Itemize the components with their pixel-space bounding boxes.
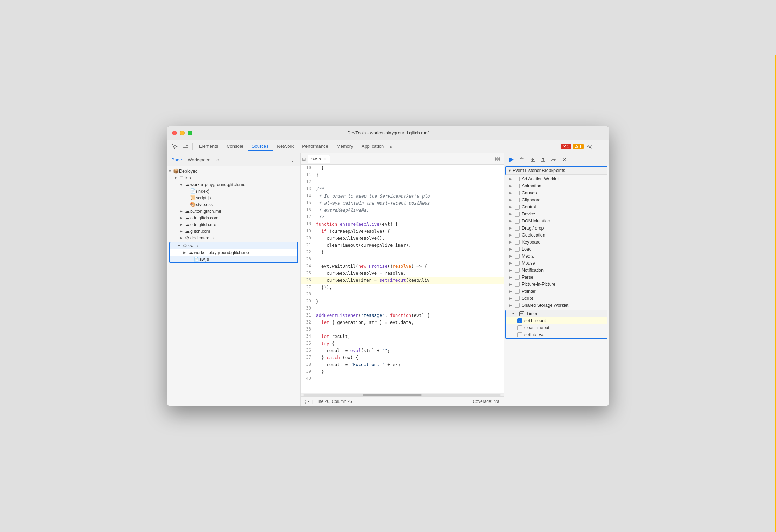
device-toggle-icon[interactable] bbox=[180, 142, 190, 152]
tab-memory[interactable]: Memory bbox=[333, 142, 357, 151]
bp-item-script[interactable]: ▶ Script bbox=[504, 295, 609, 302]
step-btn[interactable] bbox=[549, 155, 559, 165]
tab-performance[interactable]: Performance bbox=[298, 142, 332, 151]
bp-check-cleartimeout[interactable] bbox=[517, 325, 522, 330]
bp-check-notification[interactable] bbox=[515, 268, 520, 273]
bp-item-dom-mutation[interactable]: ▶ DOM Mutation bbox=[504, 218, 609, 225]
bp-item-pip[interactable]: ▶ Picture-in-Picture bbox=[504, 281, 609, 288]
bp-check-script[interactable] bbox=[515, 296, 520, 301]
bp-item-mouse[interactable]: ▶ Mouse bbox=[504, 260, 609, 267]
bp-item-setinterval[interactable]: setInterval bbox=[506, 331, 607, 338]
bp-check-shared-storage[interactable] bbox=[515, 303, 520, 308]
bp-item-ad-auction[interactable]: ▶ Ad Auction Worklet bbox=[504, 175, 609, 182]
tree-arrow-cdn-com: ▶ bbox=[178, 216, 184, 220]
close-button[interactable] bbox=[172, 131, 177, 135]
bp-item-media[interactable]: ▶ Media bbox=[504, 253, 609, 260]
tree-item-cdn-me[interactable]: ▶ ☁ cdn.glitch.me bbox=[167, 221, 300, 228]
bp-check-geolocation[interactable] bbox=[515, 233, 520, 238]
format-button[interactable]: { } bbox=[305, 399, 309, 404]
bp-check-clipboard[interactable] bbox=[515, 198, 520, 202]
tree-item-scriptjs[interactable]: 📜 script.js bbox=[167, 194, 300, 201]
bp-item-drag-drop[interactable]: ▶ Drag / drop bbox=[504, 225, 609, 232]
step-out-btn[interactable] bbox=[538, 155, 548, 165]
bp-item-load[interactable]: ▶ Load bbox=[504, 246, 609, 253]
bp-item-cleartimeout[interactable]: clearTimeout bbox=[506, 324, 607, 331]
bp-item-timer[interactable]: ▼ Timer bbox=[506, 310, 607, 317]
deactivate-breakpoints-btn[interactable] bbox=[559, 155, 569, 165]
tab-network[interactable]: Network bbox=[273, 142, 298, 151]
tab-workspace[interactable]: Workspace bbox=[186, 156, 212, 164]
bp-item-clipboard[interactable]: ▶ Clipboard bbox=[504, 197, 609, 204]
bp-check-pointer[interactable] bbox=[515, 289, 520, 294]
tree-item-index[interactable]: 📄 (index) bbox=[167, 188, 300, 194]
tree-item-worker-playground[interactable]: ▼ ☁ worker-playground.glitch.me bbox=[167, 181, 300, 188]
tree-item-swjs-file[interactable]: 📄 sw.js bbox=[170, 256, 297, 262]
bp-check-parse[interactable] bbox=[515, 275, 520, 280]
bp-check-control[interactable] bbox=[515, 205, 520, 210]
bp-item-canvas[interactable]: ▶ Canvas bbox=[504, 189, 609, 197]
bp-check-dom-mutation[interactable] bbox=[515, 219, 520, 224]
code-tab-swjs[interactable]: sw.js ✕ bbox=[308, 155, 330, 163]
scrollbar-thumb[interactable] bbox=[363, 394, 422, 396]
bp-check-pip[interactable] bbox=[515, 282, 520, 287]
event-listener-breakpoints-header[interactable]: ▼ Event Listener Breakpoints bbox=[506, 167, 607, 175]
tab-console[interactable]: Console bbox=[222, 142, 248, 151]
more-tabs-button[interactable]: » bbox=[388, 143, 394, 150]
bp-item-settimeout[interactable]: ✓ setTimeout bbox=[506, 317, 607, 324]
tab-elements[interactable]: Elements bbox=[195, 142, 222, 151]
code-tab-close[interactable]: ✕ bbox=[323, 157, 326, 161]
bp-check-canvas[interactable] bbox=[515, 191, 520, 195]
bp-item-geolocation[interactable]: ▶ Geolocation bbox=[504, 232, 609, 239]
bp-item-parse[interactable]: ▶ Parse bbox=[504, 274, 609, 281]
bp-check-settimeout[interactable]: ✓ bbox=[517, 318, 522, 323]
bp-item-pointer[interactable]: ▶ Pointer bbox=[504, 288, 609, 295]
tree-item-deployed[interactable]: ▼ 📦 Deployed bbox=[167, 168, 300, 174]
code-line-24: 24 evt.waitUntil(new Promise((resolve) =… bbox=[301, 263, 504, 270]
inspect-icon[interactable] bbox=[170, 142, 180, 152]
bp-item-animation[interactable]: ▶ Animation bbox=[504, 182, 609, 189]
bp-item-keyboard[interactable]: ▶ Keyboard bbox=[504, 239, 609, 246]
more-file-tabs[interactable]: » bbox=[216, 157, 219, 163]
step-into-btn[interactable] bbox=[528, 155, 538, 165]
panel-toggle-icon[interactable]: ⊞ bbox=[302, 156, 306, 162]
tree-item-cdn-com[interactable]: ▶ ☁ cdn.glitch.com bbox=[167, 214, 300, 221]
bp-check-timer[interactable] bbox=[519, 311, 524, 316]
bp-check-media[interactable] bbox=[515, 254, 520, 259]
bp-check-drag-drop[interactable] bbox=[515, 226, 520, 231]
bp-item-device[interactable]: ▶ Device bbox=[504, 211, 609, 218]
tree-item-swjs-root[interactable]: ▼ ⚙ sw.js bbox=[170, 242, 297, 249]
pretty-print-btn[interactable] bbox=[493, 154, 502, 164]
tree-item-wp-swjs[interactable]: ▶ ☁ worker-playground.glitch.me bbox=[170, 249, 297, 256]
bp-check-mouse[interactable] bbox=[515, 261, 520, 266]
maximize-button[interactable] bbox=[188, 131, 192, 135]
bp-item-control[interactable]: ▶ Control bbox=[504, 204, 609, 211]
error-badge[interactable]: ✕ 1 bbox=[561, 144, 571, 149]
bp-check-keyboard[interactable] bbox=[515, 240, 520, 245]
code-line-39: 39 } bbox=[301, 368, 504, 375]
bp-item-notification[interactable]: ▶ Notification bbox=[504, 267, 609, 274]
step-over-btn[interactable] bbox=[517, 155, 527, 165]
file-panel-menu-icon[interactable]: ⋮ bbox=[288, 155, 297, 165]
resume-btn[interactable] bbox=[507, 155, 517, 165]
tree-item-top[interactable]: ▼ ☐ top bbox=[167, 174, 300, 181]
warn-badge[interactable]: ⚠ 1 bbox=[573, 144, 584, 149]
tree-item-stylecss[interactable]: 🎨 style.css bbox=[167, 201, 300, 208]
bp-check-setinterval[interactable] bbox=[517, 332, 522, 337]
tree-item-button-glitch[interactable]: ▶ ☁ button.glitch.me bbox=[167, 208, 300, 214]
tree-item-glitch-com[interactable]: ▶ ☁ glitch.com bbox=[167, 228, 300, 234]
tab-page[interactable]: Page bbox=[170, 156, 183, 164]
tab-application[interactable]: Application bbox=[357, 142, 388, 151]
code-line-31: 31 addEventListener("message", function(… bbox=[301, 312, 504, 319]
bp-check-load[interactable] bbox=[515, 247, 520, 252]
minimize-button[interactable] bbox=[180, 131, 185, 135]
bp-check-device[interactable] bbox=[515, 212, 520, 217]
code-scrollbar[interactable] bbox=[301, 393, 504, 396]
bp-check-ad-auction[interactable] bbox=[515, 177, 520, 181]
bp-item-shared-storage[interactable]: ▶ Shared Storage Worklet bbox=[504, 302, 609, 309]
tree-item-dedicated[interactable]: ▶ ⚙ dedicated.js bbox=[167, 234, 300, 241]
settings-icon[interactable] bbox=[585, 142, 595, 152]
bp-check-animation[interactable] bbox=[515, 184, 520, 188]
more-options-icon[interactable]: ⋮ bbox=[596, 142, 606, 152]
code-content[interactable]: 10 } 11 } 12 13 /** 14 * In order bbox=[301, 165, 504, 393]
tab-sources[interactable]: Sources bbox=[248, 142, 273, 151]
